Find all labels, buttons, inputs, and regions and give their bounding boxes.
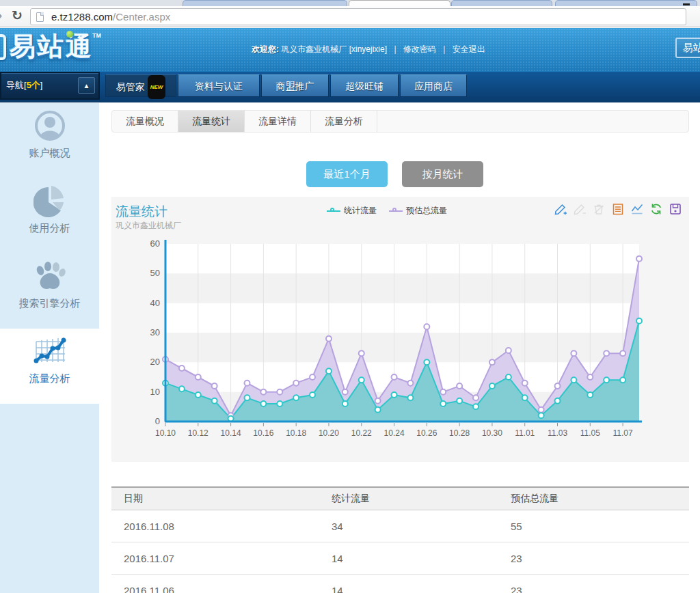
svg-text:50: 50: [150, 268, 160, 278]
table-header-row: 日期 统计流量 预估总流量: [111, 488, 689, 510]
browser-tab[interactable]: [555, 0, 697, 6]
svg-text:10.10: 10.10: [155, 428, 176, 438]
restore-refresh-icon[interactable]: [649, 202, 663, 216]
tab-traffic-analysis[interactable]: 流量分析: [311, 111, 377, 132]
browser-tab[interactable]: [183, 0, 347, 6]
tab-traffic-stats[interactable]: 流量统计: [178, 111, 245, 132]
svg-text:10.18: 10.18: [286, 428, 306, 438]
page-icon: [36, 12, 44, 22]
col-header-estimate: 预估总流量: [511, 493, 689, 505]
nav-tab-yingyongshangdian[interactable]: 应用商店: [400, 74, 467, 97]
data-view-icon[interactable]: [611, 202, 625, 216]
nav-tabs: 易管家NEW 资料与认证 商盟推广 超级旺铺 应用商店: [105, 74, 467, 97]
col-header-stats: 统计流量: [332, 493, 511, 505]
line-chart-icon: [33, 335, 66, 368]
content-tabs: 流量概况 流量统计 流量详情 流量分析: [111, 110, 689, 133]
svg-text:40: 40: [150, 298, 160, 308]
svg-text:10.22: 10.22: [351, 428, 372, 438]
line-chart-type-icon[interactable]: [630, 202, 644, 216]
mark-undo-pencil-icon[interactable]: [573, 202, 587, 216]
nav-dropdown[interactable]: 导航[5个] ▲: [0, 72, 100, 100]
new-badge: NEW: [148, 75, 166, 99]
welcome-label: 欢迎您:: [252, 44, 279, 54]
back-icon[interactable]: ›: [0, 7, 2, 25]
sidebar-item-usage-analysis[interactable]: 使用分析: [0, 178, 99, 253]
svg-text:30: 30: [150, 327, 160, 337]
logo-leaf-icon: [66, 31, 73, 38]
site-logo[interactable]: 易站通: [10, 29, 94, 64]
chevron-up-icon[interactable]: ▲: [78, 77, 95, 94]
browser-tab[interactable]: [451, 0, 552, 6]
nav-tab-chaojiwangpu[interactable]: 超级旺铺: [330, 74, 399, 97]
pie-icon: [33, 184, 66, 217]
sidebar-item-account-overview[interactable]: 账户概况: [0, 103, 99, 178]
sidebar-item-traffic-analysis[interactable]: 流量分析: [0, 329, 99, 404]
save-image-floppy-icon[interactable]: [669, 202, 682, 216]
svg-text:10.30: 10.30: [482, 428, 502, 438]
main-nav: 导航[5个] ▲ 易管家NEW 资料与认证 商盟推广 超级旺铺 应用商店: [0, 72, 700, 102]
tab-traffic-overview[interactable]: 流量概况: [112, 111, 178, 132]
svg-text:60: 60: [150, 238, 160, 249]
table-row[interactable]: 2016.11.06 14 23: [111, 575, 689, 593]
corner-site-button[interactable]: 易站: [675, 38, 700, 58]
traffic-data-table: 日期 统计流量 预估总流量 2016.11.08 34 55 2016.11.0…: [111, 486, 689, 593]
svg-text:11.05: 11.05: [580, 428, 600, 438]
logo-fragment-icon: [0, 34, 6, 60]
change-password-link[interactable]: 修改密码: [403, 44, 436, 54]
logout-link[interactable]: 安全退出: [453, 44, 485, 54]
legend-marker-icon: [389, 208, 403, 215]
mark-delete-trash-icon[interactable]: [592, 202, 606, 216]
chart-toolbox: [554, 202, 682, 216]
svg-text:10.14: 10.14: [221, 428, 241, 438]
svg-text:10.24: 10.24: [384, 428, 405, 438]
logo-tm: TM: [92, 32, 101, 39]
sidebar: 账户概况 使用分析 搜索引擎分析: [0, 103, 99, 593]
table-row[interactable]: 2016.11.07 14 23: [111, 542, 689, 575]
nav-dropdown-label: 导航[5个]: [6, 79, 42, 92]
nav-tab-shangmengtuiguang[interactable]: 商盟推广: [261, 74, 329, 97]
svg-text:11.03: 11.03: [548, 428, 567, 438]
reload-icon[interactable]: ↻: [12, 8, 23, 23]
svg-text:20: 20: [150, 357, 160, 367]
browser-tab-active[interactable]: [349, 0, 450, 6]
chart-subtitle: 巩义市鑫业机械厂: [116, 220, 181, 232]
minimize-icon[interactable]: [683, 3, 690, 5]
nav-tab-ziliaoyurenzheng[interactable]: 资料与认证: [178, 74, 260, 97]
svg-text:10.12: 10.12: [188, 428, 208, 438]
page: › ↻ e.tz1288.com/Center.aspx 易站通 TM 欢迎您:…: [0, 0, 700, 593]
chart-legend: 统计流量 预估总流量: [327, 205, 447, 217]
svg-text:10.16: 10.16: [253, 428, 273, 438]
svg-text:0: 0: [155, 416, 160, 426]
mark-pencil-icon[interactable]: [554, 202, 567, 216]
traffic-area-chart[interactable]: 010203040506010.1010.1210.1410.1610.1810…: [111, 197, 689, 462]
welcome-bar: 欢迎您: 巩义市鑫业机械厂 [xinyejixie] | 修改密码 | 安全退出: [252, 44, 485, 55]
url-host: e.tz1288.com: [51, 11, 113, 23]
svg-text:10.26: 10.26: [416, 428, 437, 438]
legend-item-stats[interactable]: 统计流量: [327, 205, 377, 217]
company-name: 巩义市鑫业机械厂: [281, 44, 347, 54]
svg-text:11.07: 11.07: [613, 428, 633, 438]
paw-icon: [33, 260, 66, 292]
legend-marker-icon: [327, 208, 340, 215]
url-path: /Center.aspx: [113, 11, 170, 23]
browser-tab-strip: [0, 0, 700, 6]
col-header-date: 日期: [111, 493, 332, 505]
sidebar-item-search-engine-analysis[interactable]: 搜索引擎分析: [0, 253, 99, 329]
user-icon: [33, 109, 66, 142]
site-header: 易站通 TM 欢迎您: 巩义市鑫业机械厂 [xinyejixie] | 修改密码…: [0, 28, 700, 72]
svg-text:10.28: 10.28: [449, 428, 470, 438]
nav-tab-yiguanjia[interactable]: 易管家NEW: [105, 74, 176, 97]
account-name: [xinyejixie]: [349, 44, 387, 54]
table-row[interactable]: 2016.11.08 34 55: [111, 510, 689, 542]
tab-traffic-details[interactable]: 流量详情: [245, 111, 311, 132]
legend-item-estimate[interactable]: 预估总流量: [389, 205, 447, 217]
browser-toolbar: › ↻ e.tz1288.com/Center.aspx: [0, 6, 700, 27]
url-bar[interactable]: e.tz1288.com/Center.aspx: [30, 8, 686, 25]
by-month-button[interactable]: 按月统计: [402, 161, 483, 187]
svg-text:11.01: 11.01: [515, 428, 535, 438]
svg-text:10: 10: [150, 387, 160, 397]
chart-title: 流量统计: [116, 203, 167, 221]
recent-month-button[interactable]: 最近1个月: [306, 161, 388, 187]
traffic-chart-card: 010203040506010.1010.1210.1410.1610.1810…: [111, 197, 689, 462]
svg-text:10.20: 10.20: [319, 428, 339, 438]
